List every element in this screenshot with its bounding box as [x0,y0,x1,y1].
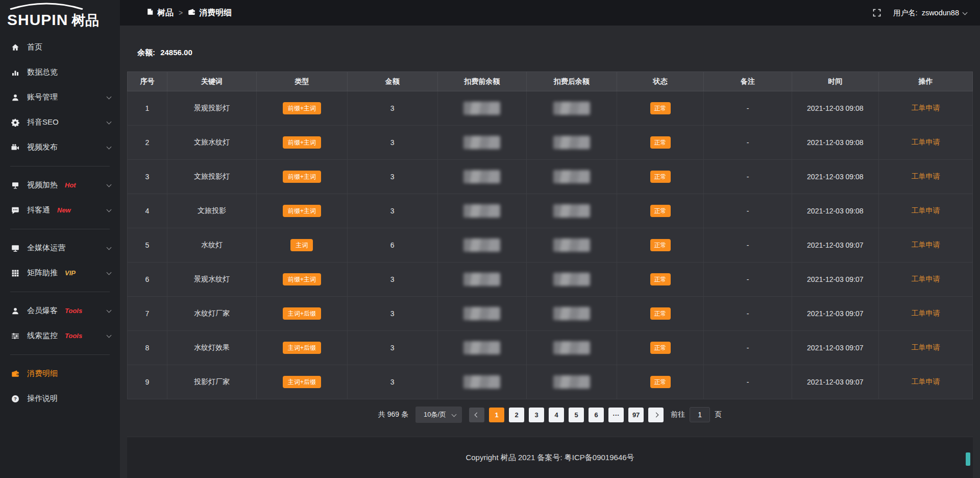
chevron-down-icon [107,245,112,250]
sidebar-item-label: 账号管理 [27,92,58,102]
goto-page-input[interactable] [690,407,710,422]
cell-time: 2021-12-03 09:08 [792,194,879,228]
content: 余额: 24856.00 序号关键词类型金额扣费前余额扣费后余额状态备注时间操作… [120,26,980,478]
username-value: zswodun88 [922,9,959,17]
cell-action: 工单申请 [879,365,973,399]
work-order-link[interactable]: 工单申请 [912,377,940,386]
sidebar-item-member-baoke[interactable]: 会员爆客 Tools [0,298,120,323]
chevron-down-icon [107,270,112,275]
work-order-link[interactable]: 工单申请 [912,343,940,351]
work-order-link[interactable]: 工单申请 [912,138,940,146]
sidebar-item-operation-guide[interactable]: ? 操作说明 [0,386,120,411]
cell-status: 正常 [617,297,704,331]
breadcrumb-current[interactable]: 消费明细 [188,8,232,18]
cell-amount: 3 [347,331,437,365]
wallet-icon [188,8,195,18]
page-ellipsis-button[interactable]: ··· [608,408,624,422]
status-badge: 正常 [650,342,671,354]
work-order-link[interactable]: 工单申请 [912,104,940,112]
user-menu[interactable]: 用户名: zswodun88 [893,8,967,18]
sidebar-item-label: 抖音SEO [27,117,59,127]
menu-badge: Hot [65,181,76,189]
topbar: 树品 > 消费明细 用户名: zswodun88 [120,0,980,26]
heat-icon [10,181,20,189]
sidebar-item-douyin-seo[interactable]: 抖音SEO [0,110,120,135]
sidebar-item-data-overview[interactable]: 数据总览 [0,60,120,85]
page-button-3[interactable]: 3 [529,408,544,422]
work-order-link[interactable]: 工单申请 [912,309,940,317]
work-order-link[interactable]: 工单申请 [912,241,940,249]
masked-balance [463,273,500,286]
column-header: 备注 [704,72,792,91]
sidebar-item-label: 矩阵助推 [27,268,58,278]
work-order-link[interactable]: 工单申请 [912,172,940,180]
cell-remark: - [704,194,792,228]
column-header: 序号 [128,72,167,91]
cell-status: 正常 [617,228,704,262]
table-row: 4 文旅投影 前缀+主词 3 正常 - 2021-12-03 09:08 工单申… [128,194,973,228]
breadcrumb-separator: > [179,9,183,17]
logo-text-cn: 树品 [71,14,99,28]
sidebar-item-consumption-detail[interactable]: 消费明细 [0,361,120,386]
column-header: 操作 [879,72,973,91]
table-row: 7 水纹灯厂家 主词+后缀 3 正常 - 2021-12-03 09:07 工单… [128,297,973,331]
prev-page-button[interactable] [469,408,484,422]
cell-type: 前缀+主词 [257,126,347,160]
fullscreen-icon[interactable] [873,9,881,17]
status-badge: 正常 [650,136,671,149]
cell-seq: 7 [128,297,167,331]
status-badge: 正常 [650,376,671,388]
cell-time: 2021-12-03 09:07 [792,262,879,297]
cell-keyword: 水纹灯效果 [167,331,257,365]
page-size-select[interactable]: 10条/页 [415,407,462,423]
cell-type: 主词+后缀 [257,297,347,331]
sidebar-item-clue-monitor[interactable]: 线索监控 Tools [0,323,120,348]
page-button-2[interactable]: 2 [509,408,524,422]
cell-time: 2021-12-03 09:07 [792,228,879,262]
page-button-5[interactable]: 5 [569,408,584,422]
page-button-6[interactable]: 6 [589,408,604,422]
cell-remark: - [704,262,792,297]
logo-text-en: SHUPIN [7,12,68,28]
floating-widget[interactable] [966,452,970,466]
cell-pre-balance [437,262,526,297]
sidebar-item-label: 数据总览 [27,67,58,77]
sidebar-item-account-management[interactable]: 账号管理 [0,85,120,110]
page-button-4[interactable]: 4 [549,408,564,422]
table-header-row: 序号关键词类型金额扣费前余额扣费后余额状态备注时间操作 [128,72,973,91]
page-button-1[interactable]: 1 [489,408,504,422]
masked-balance [463,136,500,149]
cell-action: 工单申请 [879,331,973,365]
work-order-link[interactable]: 工单申请 [912,206,940,214]
page-size-value: 10条/页 [424,410,446,419]
goto-label: 前往 [671,410,685,419]
column-header: 关键词 [167,72,257,91]
cell-post-balance [526,365,617,399]
table-row: 2 文旅水纹灯 前缀+主词 3 正常 - 2021-12-03 09:08 工单… [128,126,973,160]
cell-status: 正常 [617,194,704,228]
gear-icon [10,118,20,127]
cell-pre-balance [437,91,526,126]
sidebar-item-douketong[interactable]: 抖客通 New [0,198,120,223]
sidebar-item-label: 操作说明 [27,394,58,403]
consumption-table: 序号关键词类型金额扣费前余额扣费后余额状态备注时间操作 1 景观投影灯 前缀+主… [127,71,973,399]
cell-post-balance [526,228,617,262]
sidebar-item-matrix-boost[interactable]: 矩阵助推 VIP [0,260,120,285]
sidebar-divider [10,229,110,229]
cell-action: 工单申请 [879,194,973,228]
breadcrumb-label: 树品 [157,8,174,18]
cell-amount: 3 [347,126,437,160]
sidebar-item-video-publish[interactable]: 视频发布 [0,135,120,160]
work-order-link[interactable]: 工单申请 [912,275,940,283]
sidebar-item-home[interactable]: 首页 [0,35,120,60]
breadcrumb-home[interactable]: 树品 [146,8,174,18]
cell-seq: 6 [128,262,167,297]
sidebar-item-label: 全媒体运营 [27,243,65,253]
cell-type: 主词 [257,228,347,262]
sidebar-item-video-heat[interactable]: 视频加热 Hot [0,173,120,198]
next-page-button[interactable] [648,408,664,422]
masked-balance [553,102,590,115]
sidebar-menu: 首页 数据总览 账号管理 抖音SEO 视频发布 视频加热 Hot 抖客通 New… [0,33,120,478]
sidebar-item-media-operation[interactable]: 全媒体运营 [0,235,120,260]
page-button-97[interactable]: 97 [628,408,644,422]
